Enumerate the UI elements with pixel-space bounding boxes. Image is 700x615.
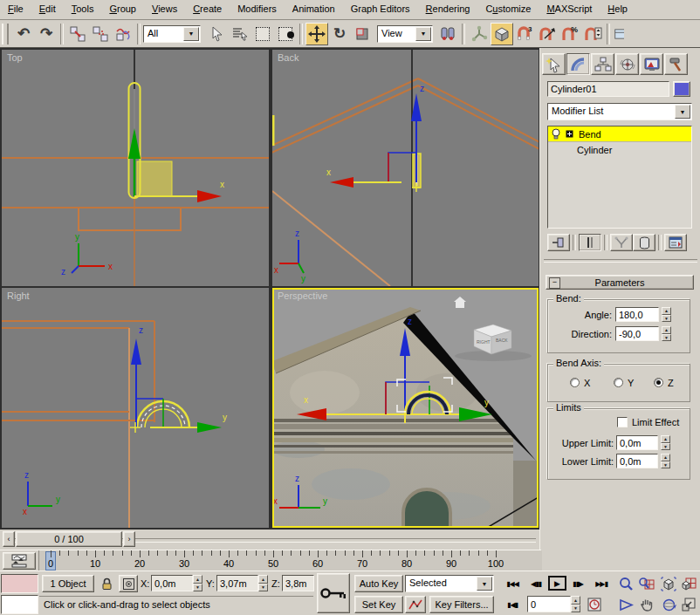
menu-create[interactable]: Create [185,0,230,17]
pin-stack-button[interactable] [547,234,570,251]
zoom-extents-button[interactable] [658,575,679,592]
upper-limit-input[interactable] [620,437,655,448]
viewport-canvas-right[interactable]: z y z y x [2,288,269,528]
parameters-rollout-header[interactable]: − Parameters [546,275,694,290]
menu-rendering[interactable]: Rendering [418,0,478,17]
time-configuration-button[interactable] [585,596,604,613]
zoom-button[interactable] [616,575,635,592]
current-frame-field[interactable] [527,596,571,612]
chevron-down-icon[interactable]: ▼ [183,27,199,41]
unlink-selection-icon[interactable] [89,23,112,45]
absolute-offset-mode-toggle[interactable] [119,575,138,592]
chevron-down-icon[interactable]: ▼ [675,105,690,119]
limit-effect-checkbox[interactable] [617,417,628,427]
go-to-start-button[interactable]: ▮◀◀ [501,575,524,592]
maxscript-macro-recorder-pane[interactable] [1,574,38,593]
tab-modify[interactable] [566,53,590,75]
x-coord-input[interactable] [154,577,189,590]
go-to-end-button[interactable]: ▶▶▮ [590,575,613,592]
modifier-list-dropdown[interactable]: Modifier List ▼ [547,103,692,120]
menu-maxscript[interactable]: MAXScript [539,0,600,17]
viewport-label-right[interactable]: Right [7,290,30,301]
collapse-minus-icon[interactable]: − [549,277,560,289]
selection-count-button[interactable]: 1 Object [42,575,94,592]
upper-limit-field[interactable] [616,435,658,450]
zoom-all-button[interactable] [637,575,656,592]
set-keys-button[interactable] [317,573,350,613]
angle-field[interactable] [615,307,659,322]
redo-icon[interactable]: ↷ [35,23,58,45]
y-coord-field[interactable] [216,575,258,591]
select-by-name-icon[interactable] [229,23,251,45]
direction-input[interactable] [619,328,655,339]
configure-modifier-sets-button[interactable] [664,234,687,251]
time-slider-back-button[interactable]: ‹ [3,531,15,547]
menu-file[interactable]: File [0,0,31,17]
y-coord-input[interactable] [220,577,255,590]
menu-customize[interactable]: Customize [477,0,539,17]
menu-help[interactable]: Help [600,0,635,17]
viewport-canvas-top[interactable]: x y x z [2,50,269,286]
pan-button[interactable] [637,596,656,613]
object-color-swatch[interactable] [673,81,690,97]
trackbar-ruler[interactable]: 0102030405060708090100 [38,550,542,571]
maxscript-listener-pane[interactable] [1,595,38,614]
field-of-view-button[interactable] [616,596,635,613]
selection-filter-dropdown[interactable]: All ▼ [143,25,201,43]
tab-motion[interactable] [615,53,639,75]
open-mini-curve-editor-button[interactable] [3,552,36,570]
percent-snap-toggle-icon[interactable]: % [559,23,581,45]
undo-icon[interactable]: ↶ [12,23,35,45]
axis-x-radio[interactable] [570,378,580,387]
maximize-viewport-toggle[interactable] [679,596,698,613]
viewport-canvas-back[interactable]: z x z x y [272,50,539,286]
menu-modifiers[interactable]: Modifiers [230,0,285,17]
tab-utilities[interactable] [664,53,688,75]
key-mode-toggle[interactable]: ▮◀▮ [501,596,524,613]
snaps-toggle-icon[interactable] [491,23,513,45]
expand-plus-icon[interactable] [566,130,573,138]
reference-coordinate-system-dropdown[interactable]: View ▼ [377,25,433,43]
upper-limit-spinner[interactable]: ▲▼ [661,435,670,450]
rectangular-selection-region-icon[interactable] [251,23,274,45]
stack-row-cylinder[interactable]: Cylinder [548,142,691,157]
object-name-input[interactable] [551,83,666,95]
menu-edit[interactable]: Edit [31,0,64,17]
use-pivot-point-center-icon[interactable] [436,23,459,45]
default-in-out-tangents-button[interactable] [405,596,426,613]
lower-limit-spinner[interactable]: ▲▼ [661,454,670,468]
select-and-rotate-icon[interactable]: ↻ [328,23,351,45]
next-frame-button[interactable]: ▮▮▶ [569,575,587,592]
make-unique-button[interactable] [610,234,633,251]
tab-create[interactable] [542,53,566,75]
menu-tools[interactable]: Tools [64,0,102,17]
y-coord-spinner[interactable]: ▲▼ [258,575,268,591]
viewport-back[interactable]: Back z x z x y [272,50,539,286]
current-frame-input[interactable] [531,598,567,611]
window-crossing-icon[interactable] [274,23,297,45]
play-button[interactable]: ▶ [548,576,566,591]
toolbar-partial-icon[interactable] [613,23,625,45]
x-coord-spinner[interactable]: ▲▼ [193,575,202,591]
viewport-right[interactable]: Right z y z y x [2,288,269,528]
select-and-scale-icon[interactable] [351,23,374,45]
chevron-down-icon[interactable]: ▼ [415,27,431,41]
menu-animation[interactable]: Animation [285,0,343,17]
selection-set-dropdown[interactable]: Selected ▼ [405,575,494,592]
lightbulb-icon[interactable] [551,128,561,140]
axis-y-radio[interactable] [614,378,623,387]
direction-spinner[interactable]: ▲▼ [662,326,671,341]
lower-limit-field[interactable] [616,454,658,468]
object-name-field[interactable] [547,81,669,97]
viewport-label-perspective[interactable]: Perspective [278,290,327,301]
key-filters-button[interactable]: Key Filters... [429,596,494,613]
snap-3d-icon[interactable]: 3 [513,23,536,45]
direction-field[interactable] [615,326,659,341]
angle-snap-toggle-icon[interactable] [536,23,559,45]
lower-limit-input[interactable] [620,455,655,467]
zoom-extents-all-button[interactable] [679,575,698,592]
select-object-icon[interactable] [206,23,229,45]
viewport-label-top[interactable]: Top [7,52,23,63]
angle-spinner[interactable]: ▲▼ [662,307,671,322]
angle-input[interactable] [619,309,655,320]
